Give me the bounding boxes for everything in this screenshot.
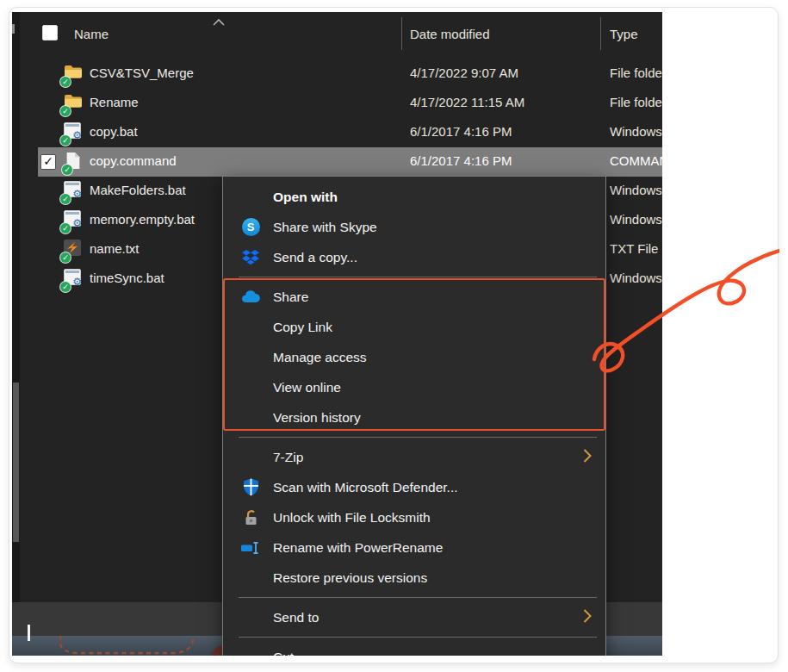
synced-badge-icon: ✓ xyxy=(60,77,71,87)
menu-item-view-online[interactable]: View online xyxy=(223,372,605,402)
synced-badge-icon: ✓ xyxy=(62,165,72,175)
scrollbar-thumb[interactable] xyxy=(13,383,19,542)
file-date: 4/17/2022 9:07 AM xyxy=(410,65,518,80)
file-row-copy-bat[interactable]: ⚙ ✓ copy.bat 6/1/2017 4:16 PM Windows Ba… xyxy=(12,118,662,147)
folder-icon: ✓ xyxy=(64,93,84,114)
context-menu: Open with S Share with Skype xyxy=(222,176,606,656)
menu-item-cut-clipped[interactable]: Cut xyxy=(223,642,605,656)
file-type: COMMAND File xyxy=(610,153,662,168)
menu-item-copy-link[interactable]: Copy Link xyxy=(223,312,605,342)
menu-item-label: Copy Link xyxy=(273,320,332,335)
menu-item-label: Send a copy... xyxy=(273,250,357,265)
menu-item-manage-access[interactable]: Manage access xyxy=(223,342,605,372)
menu-item-label: Send to xyxy=(273,610,319,625)
file-name: Rename xyxy=(90,95,139,109)
menu-item-7zip[interactable]: 7-Zip xyxy=(223,442,605,472)
file-date: 4/17/2022 11:15 AM xyxy=(410,95,524,109)
select-all-checkbox[interactable] xyxy=(42,25,58,40)
column-header-type[interactable]: Type xyxy=(610,27,638,41)
menu-item-label: Scan with Microsoft Defender... xyxy=(273,480,458,495)
menu-item-label: Rename with PowerRename xyxy=(273,540,443,556)
file-name: name.txt xyxy=(90,241,140,256)
padlock-icon xyxy=(240,507,261,528)
text-file-icon: ✓ xyxy=(64,240,84,260)
folder-icon: ✓ xyxy=(64,64,84,84)
file-row-copy-command-selected[interactable]: ✓ ✓ copy.command 6/1/2017 4:16 PM COMMAN… xyxy=(12,147,662,177)
menu-item-label: Open with xyxy=(273,190,338,205)
submenu-chevron-icon xyxy=(583,608,592,626)
submenu-chevron-icon xyxy=(583,448,592,466)
file-type: Windows Batch File xyxy=(610,212,662,227)
menu-separator xyxy=(239,597,597,598)
column-header-name[interactable]: Name xyxy=(74,27,109,41)
batch-file-icon: ⚙ ✓ xyxy=(64,181,84,202)
defender-shield-icon xyxy=(240,477,261,498)
column-header-date-modified[interactable]: Date modified xyxy=(410,27,490,41)
menu-item-unlock-file-locksmith[interactable]: Unlock with File Locksmith xyxy=(223,502,605,532)
menu-item-share-with-skype[interactable]: S Share with Skype xyxy=(223,212,605,242)
file-type: File folder xyxy=(610,95,662,109)
skype-icon: S xyxy=(240,217,261,238)
sort-ascending-icon[interactable] xyxy=(213,14,225,29)
synced-badge-icon: ✓ xyxy=(60,252,71,263)
screenshot-page: Name Date modified Type ✓ xyxy=(0,0,788,672)
command-file-icon: ✓ xyxy=(65,152,86,172)
column-divider[interactable] xyxy=(600,17,601,50)
file-type: TXT File xyxy=(610,241,658,256)
batch-file-icon: ⚙ ✓ xyxy=(64,122,84,143)
file-row-rename[interactable]: ✓ Rename 4/17/2022 11:15 AM File folder xyxy=(12,89,662,118)
menu-item-label: Restore previous versions xyxy=(273,570,427,586)
taskbar-cursor-tick xyxy=(28,625,30,641)
file-row-csv-tsv-merge[interactable]: ✓ CSV&TSV_Merge 4/17/2022 9:07 AM File f… xyxy=(12,59,662,89)
menu-item-label: Version history xyxy=(273,410,361,426)
file-type: Windows Batch File xyxy=(610,183,662,197)
batch-file-icon: ⚙ ✓ xyxy=(64,210,84,231)
menu-item-send-a-copy[interactable]: Send a copy... xyxy=(223,242,605,272)
menu-item-rename-powerrename[interactable]: Rename with PowerRename xyxy=(223,532,605,563)
onedrive-cloud-icon xyxy=(240,287,261,308)
menu-item-open-with[interactable]: Open with xyxy=(223,182,605,212)
file-name: copy.command xyxy=(90,153,177,168)
menu-separator xyxy=(239,437,597,438)
menu-separator xyxy=(239,637,597,638)
menu-item-send-to[interactable]: Send to xyxy=(223,602,605,632)
file-name: copy.bat xyxy=(90,124,138,139)
menu-item-label: View online xyxy=(273,380,341,395)
synced-badge-icon: ✓ xyxy=(60,106,71,116)
file-type: File folder xyxy=(610,65,662,80)
menu-item-label: Share xyxy=(273,289,308,305)
file-name: timeSync.bat xyxy=(90,271,164,285)
file-date: 6/1/2017 4:16 PM xyxy=(410,124,512,139)
dropbox-icon xyxy=(240,247,261,268)
menu-item-label: Cut xyxy=(273,650,294,656)
synced-badge-icon: ✓ xyxy=(60,194,71,204)
file-explorer-panel: Name Date modified Type ✓ xyxy=(12,12,662,656)
file-name: CSV&TSV_Merge xyxy=(90,65,194,80)
scrollbar-notch xyxy=(12,24,15,34)
menu-separator xyxy=(239,277,597,277)
file-name: memory.empty.bat xyxy=(90,212,195,227)
menu-item-version-history[interactable]: Version history xyxy=(223,402,605,432)
screenshot-card: Name Date modified Type ✓ xyxy=(9,7,779,663)
file-date: 6/1/2017 4:16 PM xyxy=(410,153,512,168)
menu-item-restore-previous-versions[interactable]: Restore previous versions xyxy=(223,563,605,593)
menu-item-label: Unlock with File Locksmith xyxy=(273,510,431,526)
menu-item-share[interactable]: Share xyxy=(223,282,605,312)
menu-item-label: Manage access xyxy=(273,350,367,365)
column-divider[interactable] xyxy=(401,17,402,50)
file-type: Windows Batch File xyxy=(610,124,662,139)
synced-badge-icon: ✓ xyxy=(60,282,71,292)
row-checkbox-checked[interactable]: ✓ xyxy=(40,154,56,170)
batch-file-icon: ⚙ ✓ xyxy=(64,269,84,289)
synced-badge-icon: ✓ xyxy=(60,135,71,146)
menu-item-label: Share with Skype xyxy=(273,220,377,235)
menu-item-scan-defender[interactable]: Scan with Microsoft Defender... xyxy=(223,472,605,502)
file-type: Windows Batch File xyxy=(610,271,662,285)
synced-badge-icon: ✓ xyxy=(60,223,71,233)
powerrename-icon xyxy=(240,538,261,558)
menu-item-label: 7-Zip xyxy=(273,450,303,465)
file-name: MakeFolders.bat xyxy=(90,183,186,197)
